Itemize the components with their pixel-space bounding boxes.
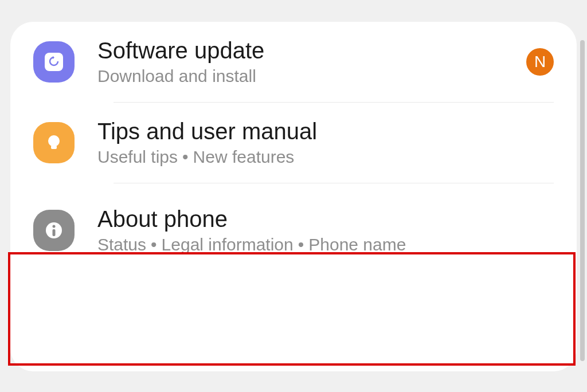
- bullet-separator: •: [294, 235, 309, 254]
- bullet-separator: •: [178, 147, 193, 166]
- row-software-update[interactable]: Software update Download and install N: [10, 22, 577, 102]
- row-text: About phone Status•Legal information•Pho…: [97, 206, 554, 254]
- row-subtitle: Useful tips•New features: [97, 147, 554, 167]
- svg-point-1: [48, 135, 60, 147]
- subtitle-part: Legal information: [162, 235, 294, 254]
- row-title: Tips and user manual: [97, 119, 554, 144]
- subtitle-part: Phone name: [308, 235, 406, 254]
- row-tips-manual[interactable]: Tips and user manual Useful tips•New fea…: [10, 103, 577, 183]
- subtitle-part: New features: [193, 147, 295, 166]
- settings-card: Software update Download and install N T…: [10, 22, 577, 371]
- svg-rect-5: [53, 229, 56, 236]
- subtitle-part: Useful tips: [97, 147, 178, 166]
- svg-rect-2: [51, 146, 57, 149]
- info-icon: [33, 210, 75, 251]
- scrollbar[interactable]: [580, 40, 585, 361]
- update-icon: [33, 41, 75, 83]
- row-about-phone[interactable]: About phone Status•Legal information•Pho…: [10, 183, 577, 271]
- row-subtitle: Status•Legal information•Phone name: [97, 235, 554, 254]
- row-text: Tips and user manual Useful tips•New fea…: [97, 119, 554, 167]
- bullet-separator: •: [146, 235, 162, 254]
- subtitle-part: Status: [97, 235, 146, 254]
- bulb-icon: [33, 122, 75, 163]
- svg-rect-0: [45, 53, 63, 71]
- row-subtitle: Download and install: [97, 66, 526, 86]
- svg-point-4: [53, 225, 56, 228]
- row-title: About phone: [97, 206, 554, 232]
- notification-badge: N: [526, 48, 554, 76]
- row-title: Software update: [97, 38, 526, 63]
- row-text: Software update Download and install: [97, 38, 526, 86]
